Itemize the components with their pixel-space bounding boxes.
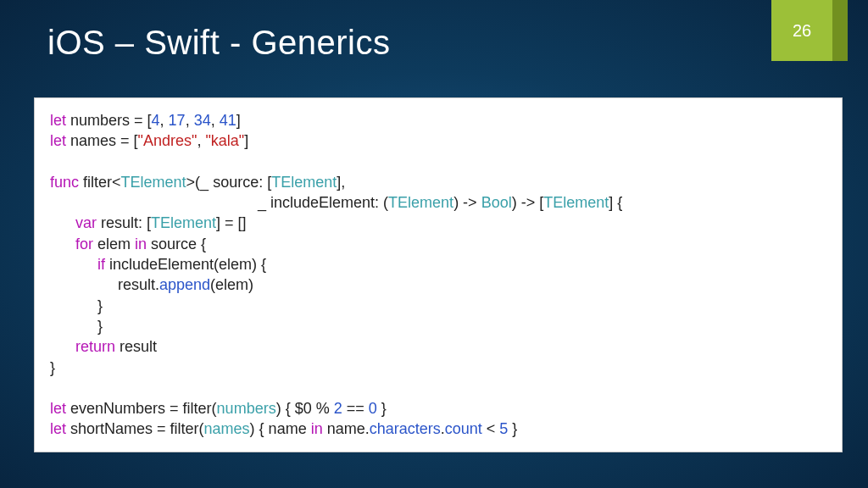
code-line: let names = ["Andres", "kala"] [50,130,826,151]
code-line: func filter<TElement>(_ source: [TElemen… [50,172,826,192]
code-line: result.append(elem) [50,274,826,295]
code-line: let evenNumbers = filter(numbers) { $0 %… [50,398,826,419]
code-line [50,152,826,172]
code-line: let numbers = [4, 17, 34, 41] [50,110,826,130]
code-line: if includeElement(elem) { [50,254,826,274]
kw-let: let [50,112,66,129]
code-line: let shortNames = filter(names) { name in… [50,419,826,439]
page-number: 26 [793,21,811,41]
code-line: var result: [TElement] = [] [50,213,826,233]
page-number-tab: 26 [771,0,832,61]
slide-title: iOS – Swift - Generics [0,0,868,62]
code-line: } [50,296,826,316]
code-panel: let numbers = [4, 17, 34, 41] let names … [34,97,843,452]
code-line [50,378,826,398]
code-line: _ includeElement: (TElement) -> Bool) ->… [50,192,826,213]
code-line: for elem in source { [50,234,826,254]
code-line: } [50,316,826,336]
code-line: return result [50,336,826,357]
code-line: } [50,358,826,378]
